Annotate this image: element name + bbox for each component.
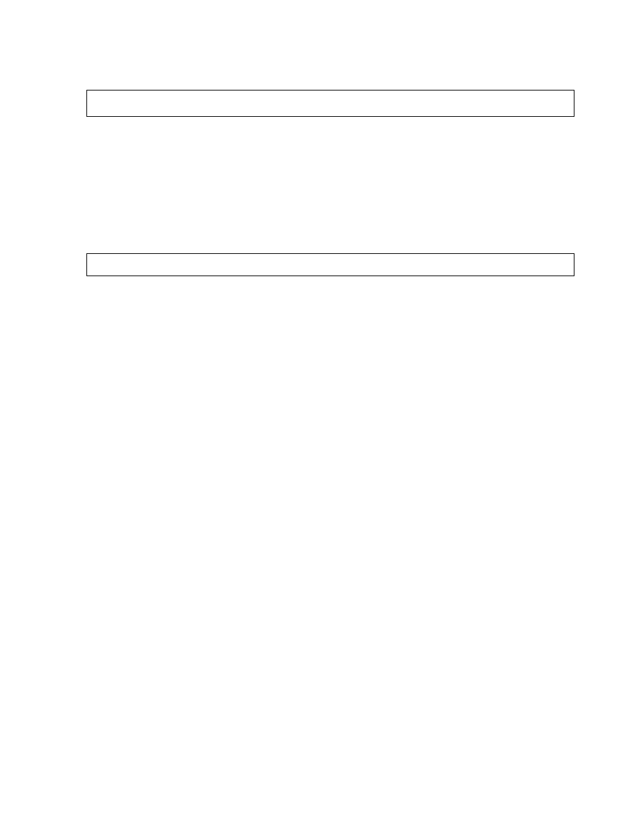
content-box-1 <box>86 90 574 117</box>
content-box-2 <box>86 253 574 276</box>
page <box>0 0 644 834</box>
